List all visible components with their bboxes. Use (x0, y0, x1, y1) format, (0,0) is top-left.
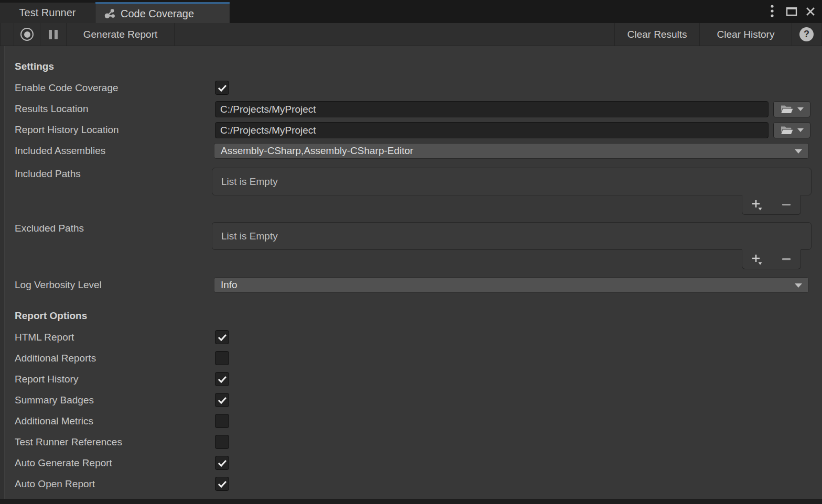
report-history-location-label: Report History Location (15, 124, 119, 136)
results-location-browse-button[interactable] (773, 101, 810, 117)
tab-bar: Test Runner Code Coverage (0, 0, 822, 23)
help-button[interactable]: ? (792, 23, 821, 46)
test-runner-references-checkbox[interactable] (215, 435, 229, 449)
check-icon (218, 84, 227, 92)
plus-icon (751, 254, 763, 265)
results-location-input[interactable]: C:/Projects/MyProject (215, 101, 769, 117)
pause-button[interactable] (40, 23, 66, 46)
included-paths-list[interactable]: List is Empty (212, 168, 812, 195)
chevron-down-icon (797, 107, 804, 111)
maximize-icon (786, 7, 797, 16)
additional-reports-checkbox[interactable] (215, 351, 229, 365)
included-assemblies-dropdown[interactable]: Assembly-CSharp,Assembly-CSharp-Editor (214, 143, 809, 159)
html-report-checkbox[interactable] (215, 330, 229, 344)
code-coverage-icon (104, 8, 116, 20)
results-location-label: Results Location (15, 103, 88, 115)
minus-icon (782, 258, 791, 260)
check-icon (218, 376, 227, 383)
tab-test-runner-label: Test Runner (19, 7, 76, 19)
excluded-paths-list[interactable]: List is Empty (212, 222, 812, 250)
record-icon (20, 28, 34, 41)
window-menu-button[interactable] (764, 0, 781, 23)
auto-open-report-label: Auto Open Report (15, 478, 95, 490)
report-history-label: Report History (15, 374, 78, 385)
additional-metrics-checkbox[interactable] (215, 414, 229, 428)
record-coverage-button[interactable] (14, 23, 40, 46)
open-folder-icon (781, 126, 793, 135)
test-runner-references-label: Test Runner References (15, 436, 122, 448)
window-bottom-edge (0, 499, 822, 504)
chevron-down-icon (797, 128, 804, 132)
open-folder-icon (781, 105, 793, 114)
excluded-paths-label: Excluded Paths (15, 223, 84, 234)
excluded-paths-remove-button[interactable] (777, 252, 795, 267)
check-icon (218, 334, 227, 341)
included-paths-label: Included Paths (15, 168, 81, 180)
check-icon (218, 459, 227, 467)
generate-report-button[interactable]: Generate Report (66, 23, 175, 46)
clear-history-button[interactable]: Clear History (699, 23, 792, 46)
maximize-button[interactable] (783, 0, 800, 23)
included-paths-remove-button[interactable] (777, 198, 795, 212)
included-assemblies-value: Assembly-CSharp,Assembly-CSharp-Editor (221, 145, 413, 157)
toolbar: Generate Report Clear Results Clear Hist… (0, 23, 822, 46)
close-icon (805, 6, 816, 17)
report-history-location-browse-button[interactable] (773, 122, 810, 138)
auto-generate-report-label: Auto Generate Report (15, 457, 112, 469)
html-report-label: HTML Report (15, 332, 74, 343)
enable-code-coverage-checkbox[interactable] (215, 81, 229, 95)
toolbar-spacer (0, 23, 14, 46)
clear-history-label: Clear History (717, 29, 775, 40)
auto-generate-report-checkbox[interactable] (215, 456, 229, 470)
generate-report-label: Generate Report (83, 29, 158, 40)
included-assemblies-label: Included Assemblies (15, 145, 105, 157)
minus-icon (782, 204, 791, 206)
report-history-checkbox[interactable] (215, 372, 229, 386)
excluded-paths-empty-text: List is Empty (221, 231, 278, 242)
included-paths-list-footer (742, 195, 801, 215)
auto-open-report-checkbox[interactable] (215, 477, 229, 491)
enable-code-coverage-label: Enable Code Coverage (15, 82, 118, 94)
pause-icon (49, 30, 58, 39)
kebab-menu-icon (770, 4, 774, 19)
clear-results-label: Clear Results (627, 29, 687, 40)
code-coverage-window: Test Runner Code Coverage (0, 0, 822, 504)
check-icon (218, 397, 227, 404)
plus-icon (751, 199, 763, 211)
excluded-paths-add-button[interactable] (748, 252, 766, 267)
log-verbosity-level-dropdown[interactable]: Info (214, 277, 809, 293)
included-paths-empty-text: List is Empty (221, 176, 278, 188)
tab-code-coverage-label: Code Coverage (121, 8, 194, 20)
additional-reports-label: Additional Reports (15, 353, 96, 364)
additional-metrics-label: Additional Metrics (15, 415, 93, 427)
report-history-location-input[interactable]: C:/Projects/MyProject (215, 122, 769, 138)
summary-badges-checkbox[interactable] (215, 393, 229, 407)
report-options-header: Report Options (15, 310, 87, 322)
log-verbosity-level-value: Info (221, 279, 237, 291)
help-icon: ? (799, 27, 814, 41)
tab-code-coverage[interactable]: Code Coverage (95, 2, 230, 23)
clear-results-button[interactable]: Clear Results (614, 23, 699, 46)
log-verbosity-level-label: Log Verbosity Level (15, 279, 102, 291)
close-button[interactable] (802, 0, 819, 23)
check-icon (218, 480, 227, 488)
summary-badges-label: Summary Badges (15, 395, 94, 406)
settings-header: Settings (15, 61, 54, 72)
excluded-paths-list-footer (742, 249, 801, 269)
chevron-down-icon (795, 149, 802, 154)
chevron-down-icon (795, 283, 802, 288)
tab-test-runner[interactable]: Test Runner (0, 3, 95, 23)
included-paths-add-button[interactable] (748, 198, 766, 212)
panel-left-edge (0, 46, 5, 499)
